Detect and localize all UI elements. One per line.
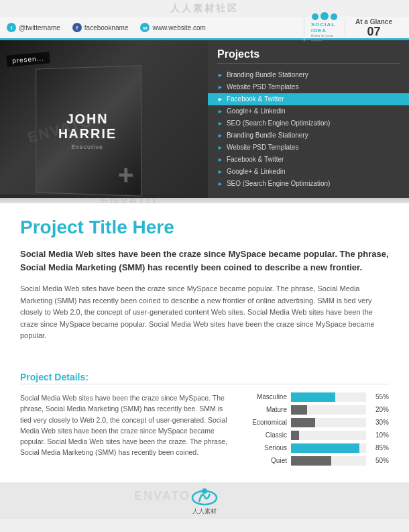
project-item-label: Google+ & Linkedin	[227, 107, 286, 116]
twitter-contact: t @twittername	[7, 23, 60, 32]
projects-list: ►Branding Bundle Stationery►Website PSD …	[217, 69, 400, 190]
name-line1: JOHN	[66, 111, 109, 126]
chart-label: Classic	[241, 431, 287, 439]
hero-section: presen... JOHN HARRIE Executive + envato…	[0, 40, 409, 198]
at-a-glance-label: At a Glance	[355, 18, 392, 25]
chevron-right-icon: ►	[217, 156, 223, 164]
details-text: Social Media Web sites have been the cra…	[20, 392, 228, 469]
chart-bar-fill	[291, 431, 299, 440]
chevron-right-icon: ►	[217, 131, 223, 140]
chevron-right-icon: ►	[217, 144, 223, 152]
body-paragraph: Social Media Web sites have been the cra…	[20, 283, 389, 342]
details-title: Project Details:	[20, 372, 389, 384]
hero-image: presen... JOHN HARRIE Executive +	[0, 40, 208, 195]
project-item-label: Google+ & Linkedin	[227, 167, 286, 176]
facebook-handle: facebookname	[84, 24, 129, 32]
chart-bar-container	[291, 443, 366, 453]
logo-figure-right	[331, 13, 337, 20]
bottom-logo: 人人素材	[190, 486, 220, 516]
chart-bar-fill	[291, 392, 335, 402]
book-plus-icon: +	[118, 161, 134, 189]
section-divider: envato	[0, 198, 409, 203]
details-section: Project Details: Social Media Web sites …	[0, 365, 409, 482]
chart-row: Masculine 55%	[241, 392, 389, 402]
chevron-right-icon: ►	[217, 180, 223, 189]
chart-percent: 30%	[370, 419, 389, 426]
project-list-item: ►SEO (Search Engine Optimization)	[217, 178, 400, 190]
project-list-item: ►Facebook & Twitter	[208, 93, 409, 105]
chart-bar-fill	[291, 418, 315, 427]
project-list-item: ►Branding Bundle Stationery	[217, 69, 400, 81]
facebook-icon: f	[72, 23, 82, 32]
logo-tagline: there is your slogan	[311, 34, 338, 42]
project-item-label: Website PSD Templates	[227, 143, 298, 152]
chart-label: Serious	[241, 444, 287, 451]
chevron-right-icon: ►	[217, 95, 223, 104]
at-a-glance-number: 07	[355, 25, 392, 38]
book-main-card: JOHN HARRIE Executive +	[36, 65, 141, 196]
chart-label: Masculine	[241, 393, 287, 401]
projects-panel: Projects ►Branding Bundle Stationery►Web…	[208, 40, 409, 198]
header-contact-info: t @twittername f facebookname w www.webs…	[7, 23, 304, 32]
envato-watermark-mid: envato	[101, 198, 157, 203]
project-item-label: Facebook & Twitter	[227, 155, 284, 164]
facebook-contact: f facebookname	[72, 23, 129, 32]
chevron-right-icon: ►	[217, 83, 223, 92]
chart-bar-fill	[291, 405, 307, 415]
chart-row: Quiet 50%	[241, 456, 389, 466]
project-item-label: Branding Bundle Stationery	[227, 131, 308, 140]
project-list-item: ►Facebook & Twitter	[217, 154, 400, 166]
project-list-item: ►Google+ & Linkedin	[217, 105, 400, 117]
chart-label: Mature	[241, 406, 287, 413]
logo-icon: SOCIAL IDEA there is your slogan	[311, 14, 338, 41]
book-title: Executive	[72, 144, 103, 150]
project-item-label: Branding Bundle Stationery	[227, 70, 308, 80]
chart-bar-fill	[291, 443, 359, 453]
chart-percent: 20%	[370, 406, 389, 413]
project-item-label: Facebook & Twitter	[227, 95, 284, 104]
twitter-icon: t	[7, 23, 16, 32]
project-main-title: Project Title Here	[20, 217, 389, 238]
chart-row: Economical 30%	[241, 418, 389, 427]
chart-bar-container	[291, 405, 366, 415]
lead-paragraph: Social Media Web sites have been the cra…	[20, 248, 389, 274]
project-item-label: SEO (Search Engine Optimization)	[227, 179, 331, 189]
website-contact: w www.website.com	[140, 23, 205, 32]
envato-watermark-bottom: envato	[134, 489, 190, 503]
project-item-label: Website PSD Templates	[227, 83, 298, 92]
chart-label: Quiet	[241, 457, 287, 464]
chevron-right-icon: ►	[217, 168, 223, 176]
chevron-right-icon: ►	[217, 107, 223, 116]
details-two-column: Social Media Web sites have been the cra…	[20, 392, 389, 469]
chart-bar-fill	[291, 456, 331, 466]
bottom-logo-svg	[190, 486, 220, 507]
chart-label: Economical	[241, 419, 287, 426]
chevron-right-icon: ►	[217, 119, 223, 128]
bottom-logo-text: 人人素材	[192, 507, 217, 516]
chart-percent: 55%	[370, 393, 389, 401]
name-line2: HARRIE	[58, 126, 117, 141]
logo-name: SOCIAL IDEA	[311, 21, 338, 34]
project-item-label: SEO (Search Engine Optimization)	[227, 119, 331, 128]
project-list-item: ►Website PSD Templates	[217, 142, 400, 154]
twitter-handle: @twittername	[19, 24, 60, 32]
project-list-item: ►Website PSD Templates	[217, 81, 400, 93]
header-logo-area: SOCIAL IDEA there is your slogan At a Gl…	[304, 14, 402, 41]
header-bar: t @twittername f facebookname w www.webs…	[0, 17, 409, 40]
chart-row: Classic 10%	[241, 431, 389, 440]
chart-percent: 10%	[370, 431, 389, 439]
website-url: www.website.com	[152, 24, 205, 32]
chart-bar-container	[291, 456, 366, 466]
projects-panel-title: Projects	[217, 48, 400, 64]
bottom-area: 人人素材 envato	[0, 482, 409, 519]
web-icon: w	[140, 23, 150, 32]
book-name: JOHN HARRIE	[58, 111, 117, 142]
top-watermark-text: 人人素材社区	[170, 3, 239, 15]
at-a-glance: At a Glance 07	[345, 18, 402, 38]
chart-bar-container	[291, 418, 366, 427]
details-chart: Masculine 55% Mature 20% Economical 30% …	[241, 392, 389, 469]
project-list-item: ►SEO (Search Engine Optimization)	[217, 117, 400, 129]
chart-bar-container	[291, 431, 366, 440]
logo-figure-center	[320, 12, 329, 20]
svg-point-1	[202, 488, 207, 494]
